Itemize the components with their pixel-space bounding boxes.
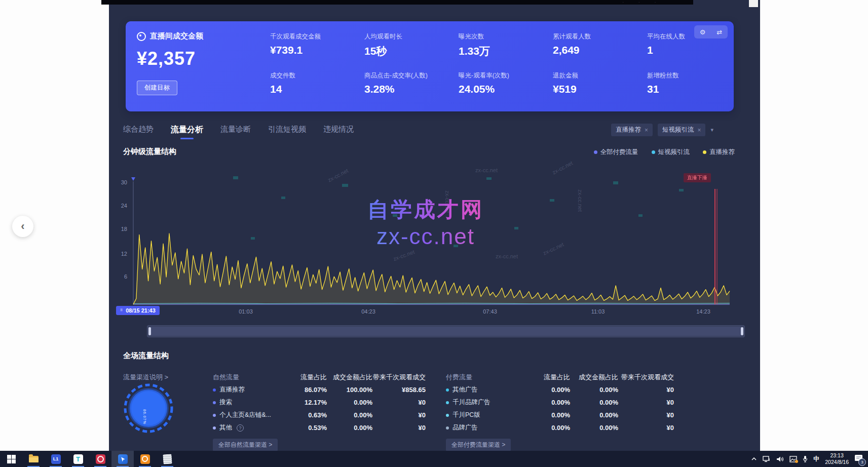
tab-traffic-analysis[interactable]: 流量分析 (171, 125, 203, 139)
notepad-icon (163, 454, 172, 464)
filter-chip-short-video[interactable]: 短视频引流 × (658, 124, 706, 136)
row-dot (446, 426, 449, 430)
tray-chevron-up-icon[interactable] (751, 456, 757, 461)
cell-per-1k-gmv: ¥0 (618, 386, 674, 394)
row-dot (213, 401, 216, 404)
metric-value: 15秒 (364, 44, 459, 58)
metric-value: 2,649 (553, 44, 647, 56)
create-goal-button[interactable]: 创建目标 (137, 81, 177, 95)
tab-traffic-diagnosis[interactable]: 流量诊断 (220, 125, 251, 139)
cell-gmv-share: 100.00% (327, 386, 372, 394)
minute-flow-chart: 30 24 18 12 6 ⠿08/15 21:43 01:03 04:23 0… (129, 166, 733, 318)
app-orange-button[interactable] (134, 451, 156, 467)
swap-arrows-icon[interactable]: ⇄ (716, 28, 722, 36)
chevron-down-icon[interactable]: ▾ (710, 127, 713, 133)
ime-indicator[interactable]: 中 (813, 455, 819, 463)
chip-close-icon[interactable]: × (645, 127, 648, 134)
x-tick: 07:43 (483, 308, 497, 315)
info-icon[interactable]: ? (237, 424, 244, 432)
legend-label: 全部付费流量 (600, 148, 638, 157)
cell-traffic-share: 12.17% (284, 399, 327, 406)
tab-violations[interactable]: 违规情况 (323, 125, 354, 139)
clock-time: 23:13 (831, 452, 844, 458)
screenshot-tool-icon[interactable] (789, 456, 797, 462)
metric-value: 24.05% (459, 83, 553, 95)
chip-label: 短视频引流 (662, 126, 694, 134)
active-app-button[interactable] (111, 451, 134, 467)
metric-label: 千次观看成交金额 (270, 32, 364, 41)
slider-right-handle[interactable] (741, 327, 743, 335)
notes-app-button[interactable] (156, 451, 178, 467)
table-row-name: 直播推荐 (213, 385, 284, 394)
row-dot (213, 414, 216, 417)
cell-gmv-share: 0.00% (327, 411, 372, 419)
channel-explain-link[interactable]: 流量渠道说明 > (123, 373, 168, 382)
microphone-icon[interactable] (803, 455, 808, 462)
app-t-button[interactable]: T (67, 451, 89, 467)
clock[interactable]: 23:132024/8/16 (825, 452, 849, 465)
chip-close-icon[interactable]: × (697, 127, 701, 134)
natural-traffic-table: 自然流量 流量占比 成交金额占比 带来千次观看成交 直播推荐 86.07% 10… (213, 371, 426, 451)
legend-label: 直播推荐 (709, 148, 735, 157)
y-tick: 6 (112, 274, 127, 280)
legend-dot (652, 150, 655, 154)
y-tick: 24 (112, 203, 127, 209)
cell-per-1k-gmv: ¥0 (372, 399, 426, 406)
metric-label: 曝光-观看率(次数) (459, 71, 553, 80)
time-range-badge[interactable]: ⠿08/15 21:43 (116, 306, 160, 315)
chip-label: 直播推荐 (616, 126, 641, 134)
row-dot (446, 414, 449, 417)
x-tick: 11:03 (591, 308, 605, 315)
notification-center-button[interactable]: 3 (854, 454, 863, 464)
app-l1-button[interactable]: L1 (45, 451, 67, 467)
network-icon[interactable] (763, 456, 771, 462)
cell-gmv-share: 0.00% (570, 399, 618, 406)
file-explorer-button[interactable] (22, 451, 45, 467)
carousel-prev-button[interactable]: ‹ (12, 216, 33, 237)
volume-icon[interactable] (776, 456, 784, 462)
metric-value: ¥739.1 (270, 44, 364, 56)
filter-chip-live-recommend[interactable]: 直播推荐 × (611, 124, 653, 136)
donut-center-label: 86.07% (143, 409, 146, 424)
table-row-name: 其他? (213, 423, 284, 432)
metric: 商品点击-成交率(人数)3.28% (364, 71, 459, 95)
donut-canvas (123, 383, 174, 434)
banner-tools: ⚙ ⇄ (694, 25, 728, 38)
windows-taskbar: L1 T 中 23:132024/8/16 3 (0, 451, 868, 467)
table-row-name: 千川品牌广告 (446, 398, 522, 407)
cell-per-1k-gmv: ¥0 (618, 424, 674, 432)
metric-label: 成交件数 (270, 71, 364, 80)
metric-value: 1.33万 (459, 44, 553, 58)
slider-left-handle[interactable] (148, 327, 151, 335)
start-button[interactable] (0, 451, 22, 467)
y-tick: 30 (112, 179, 127, 185)
slider-selected-range[interactable] (150, 327, 741, 336)
table-row-name: 其他广告 (446, 385, 522, 394)
screen: ‹ · · · 直播间成交金额 ¥2,357 创建目标 千次观看成交金额¥739… (0, 0, 868, 467)
browser-button[interactable] (89, 451, 111, 467)
primary-metric-value: ¥2,357 (137, 48, 203, 69)
legend-item-live-recommend[interactable]: 直播推荐 (703, 148, 735, 157)
metric-value: ¥519 (553, 83, 647, 95)
metric-value: 3.28% (364, 83, 459, 95)
summary-banner: 直播间成交金额 ¥2,357 创建目标 千次观看成交金额¥739.1 人均观看时… (126, 21, 734, 111)
legend-item-paid[interactable]: 全部付费流量 (594, 148, 638, 157)
traffic-donut-chart: 86.07% (123, 383, 174, 434)
tab-short-video[interactable]: 引流短视频 (268, 125, 306, 139)
tab-overall-trend[interactable]: 综合趋势 (123, 125, 154, 139)
legend-item-short-video[interactable]: 短视频引流 (652, 148, 690, 157)
table-row-name: 千川PC版 (446, 411, 522, 419)
metric: 累计观看人数2,649 (553, 32, 647, 58)
all-paid-channels-link[interactable]: 全部付费流量渠道 > (446, 439, 511, 451)
settings-gear-icon[interactable]: ⚙ (700, 28, 706, 36)
cell-traffic-share: 0.00% (522, 399, 570, 406)
orange-app-icon (140, 454, 150, 464)
chart-canvas (129, 166, 733, 305)
chart-range-slider[interactable] (147, 325, 745, 337)
primary-metric: 直播间成交金额 ¥2,357 创建目标 (137, 31, 203, 95)
col-header: 自然流量 (213, 373, 284, 382)
stream-end-marker-line (714, 189, 715, 304)
cell-gmv-share: 0.00% (570, 411, 618, 419)
legend-dot (703, 150, 706, 154)
all-natural-channels-link[interactable]: 全部自然流量渠道 > (213, 439, 278, 451)
